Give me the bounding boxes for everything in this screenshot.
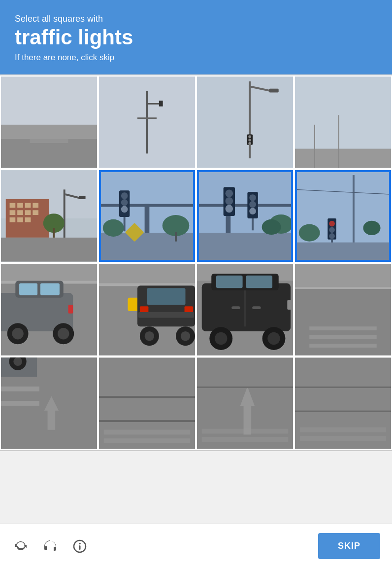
grid-cell-r1c1[interactable] bbox=[98, 169, 196, 263]
svg-rect-52 bbox=[175, 232, 177, 242]
svg-rect-69 bbox=[295, 171, 391, 262]
svg-line-71 bbox=[295, 190, 391, 195]
grid-cell-r0c2[interactable] bbox=[196, 75, 294, 169]
svg-rect-57 bbox=[224, 187, 235, 216]
refresh-button[interactable] bbox=[12, 537, 30, 555]
svg-rect-102 bbox=[138, 312, 194, 318]
grid-cell-r2c2[interactable] bbox=[196, 263, 294, 356]
svg-rect-2 bbox=[1, 125, 97, 139]
svg-rect-30 bbox=[25, 210, 31, 215]
svg-rect-49 bbox=[99, 233, 195, 262]
header-subtitle: Select all squares with bbox=[15, 14, 377, 24]
skip-button[interactable]: SKIP bbox=[318, 533, 380, 559]
svg-rect-72 bbox=[327, 218, 336, 240]
grid-cell-r0c1[interactable] bbox=[98, 75, 196, 169]
svg-point-16 bbox=[248, 142, 251, 145]
svg-rect-66 bbox=[197, 233, 293, 262]
svg-rect-7 bbox=[159, 101, 163, 106]
svg-rect-65 bbox=[252, 218, 254, 230]
svg-rect-141 bbox=[104, 438, 191, 443]
svg-rect-41 bbox=[99, 171, 195, 262]
svg-rect-40 bbox=[53, 228, 55, 238]
svg-rect-33 bbox=[17, 217, 23, 222]
svg-rect-70 bbox=[353, 175, 355, 262]
audio-button[interactable] bbox=[41, 537, 59, 555]
svg-point-67 bbox=[269, 214, 293, 234]
svg-rect-121 bbox=[287, 300, 293, 310]
grid-cell-r0c3[interactable] bbox=[294, 75, 392, 169]
svg-point-91 bbox=[58, 328, 69, 339]
svg-point-133 bbox=[13, 357, 22, 366]
grid-cell-r0c0[interactable] bbox=[0, 75, 98, 169]
refresh-icon bbox=[12, 537, 30, 555]
svg-point-63 bbox=[249, 201, 256, 208]
grid-cell-r1c2[interactable] bbox=[196, 169, 294, 263]
svg-rect-27 bbox=[33, 203, 38, 208]
svg-point-120 bbox=[267, 332, 280, 345]
svg-rect-19 bbox=[314, 125, 315, 168]
svg-rect-134 bbox=[1, 387, 39, 391]
svg-rect-113 bbox=[246, 276, 272, 288]
svg-point-47 bbox=[121, 206, 128, 213]
svg-rect-100 bbox=[140, 306, 149, 313]
svg-point-104 bbox=[145, 331, 155, 341]
grid-cell-r1c3[interactable] bbox=[294, 169, 392, 263]
svg-rect-82 bbox=[1, 264, 97, 284]
header-hint: If there are none, click skip bbox=[15, 53, 377, 63]
svg-point-58 bbox=[226, 190, 233, 198]
svg-rect-5 bbox=[146, 91, 148, 154]
svg-point-14 bbox=[248, 136, 251, 139]
footer: SKIP bbox=[0, 524, 392, 568]
svg-rect-146 bbox=[202, 437, 289, 442]
grid-cell-r1c0[interactable] bbox=[0, 169, 98, 263]
svg-point-79 bbox=[363, 221, 380, 235]
svg-point-46 bbox=[121, 199, 128, 206]
header: Select all squares with traffic lights I… bbox=[0, 0, 392, 74]
svg-rect-56 bbox=[226, 204, 231, 262]
svg-rect-42 bbox=[99, 204, 195, 207]
grid-cell-r3c0[interactable] bbox=[0, 356, 98, 450]
svg-point-118 bbox=[215, 332, 227, 345]
grid-cell-r2c3[interactable] bbox=[294, 263, 392, 356]
svg-rect-6 bbox=[146, 103, 161, 105]
svg-rect-87 bbox=[40, 284, 60, 295]
svg-point-15 bbox=[248, 139, 251, 142]
svg-rect-126 bbox=[309, 326, 377, 330]
svg-rect-148 bbox=[295, 387, 391, 388]
svg-rect-137 bbox=[99, 358, 195, 449]
svg-rect-29 bbox=[17, 210, 23, 215]
svg-rect-43 bbox=[145, 204, 150, 262]
grid-cell-r3c2[interactable] bbox=[196, 356, 294, 450]
svg-rect-32 bbox=[10, 217, 16, 222]
svg-rect-116 bbox=[252, 306, 261, 309]
svg-rect-20 bbox=[338, 115, 339, 168]
svg-point-154 bbox=[79, 542, 81, 544]
svg-rect-37 bbox=[79, 196, 86, 199]
captcha-grid-container bbox=[0, 74, 392, 451]
svg-point-51 bbox=[163, 215, 190, 236]
svg-rect-144 bbox=[197, 387, 293, 388]
svg-point-59 bbox=[226, 197, 233, 205]
svg-point-74 bbox=[329, 227, 335, 233]
svg-rect-112 bbox=[216, 276, 243, 288]
grid-cell-r2c1[interactable] bbox=[98, 263, 196, 356]
svg-rect-101 bbox=[185, 306, 194, 313]
svg-rect-44 bbox=[119, 191, 130, 217]
svg-rect-127 bbox=[309, 335, 377, 339]
svg-rect-18 bbox=[295, 149, 391, 168]
grid-cell-r3c3[interactable] bbox=[294, 356, 392, 450]
svg-rect-31 bbox=[33, 210, 38, 215]
svg-rect-95 bbox=[99, 264, 195, 286]
svg-rect-124 bbox=[295, 287, 391, 289]
svg-rect-10 bbox=[249, 81, 251, 158]
svg-point-45 bbox=[121, 192, 128, 199]
svg-point-89 bbox=[12, 328, 23, 339]
info-button[interactable] bbox=[71, 537, 89, 555]
svg-rect-135 bbox=[1, 401, 39, 406]
svg-rect-3 bbox=[30, 139, 68, 143]
svg-point-75 bbox=[329, 233, 335, 239]
grid-cell-r2c0[interactable] bbox=[0, 263, 98, 356]
svg-rect-24 bbox=[10, 203, 16, 208]
grid-cell-r3c1[interactable] bbox=[98, 356, 196, 450]
svg-rect-28 bbox=[10, 210, 16, 215]
